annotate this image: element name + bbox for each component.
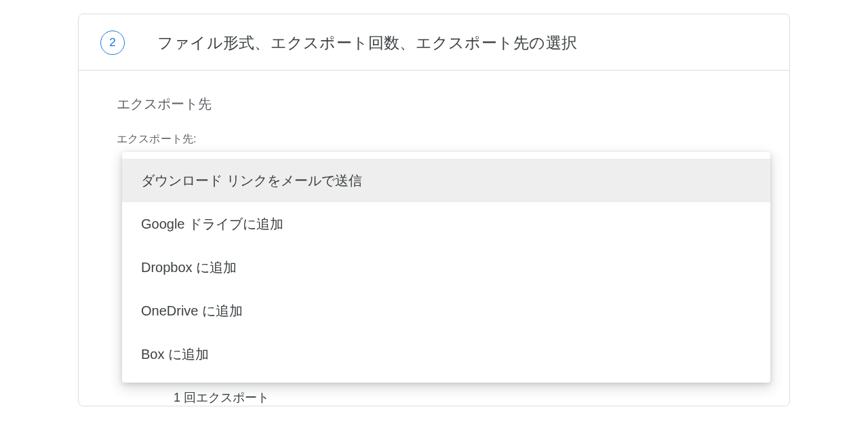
option-onedrive[interactable]: OneDrive に追加 xyxy=(122,289,770,332)
card-body: エクスポート先 エクスポート先: ダウンロード リンクをメールで送信 Googl… xyxy=(79,71,789,406)
export-settings-card: 2 ファイル形式、エクスポート回数、エクスポート先の選択 エクスポート先 エクス… xyxy=(78,14,790,406)
step-title: ファイル形式、エクスポート回数、エクスポート先の選択 xyxy=(157,33,577,54)
destination-heading: エクスポート先 xyxy=(117,95,751,113)
step-number: 2 xyxy=(109,36,115,50)
option-google-drive[interactable]: Google ドライブに追加 xyxy=(122,202,770,246)
option-email-download-link[interactable]: ダウンロード リンクをメールで送信 xyxy=(122,159,770,202)
destination-dropdown[interactable]: ダウンロード リンクをメールで送信 Google ドライブに追加 Dropbox… xyxy=(122,152,770,383)
option-box[interactable]: Box に追加 xyxy=(122,332,770,376)
option-dropbox[interactable]: Dropbox に追加 xyxy=(122,246,770,289)
step-number-badge: 2 xyxy=(100,31,125,55)
step-header[interactable]: 2 ファイル形式、エクスポート回数、エクスポート先の選択 xyxy=(79,14,789,71)
destination-field-label: エクスポート先: xyxy=(117,132,751,147)
